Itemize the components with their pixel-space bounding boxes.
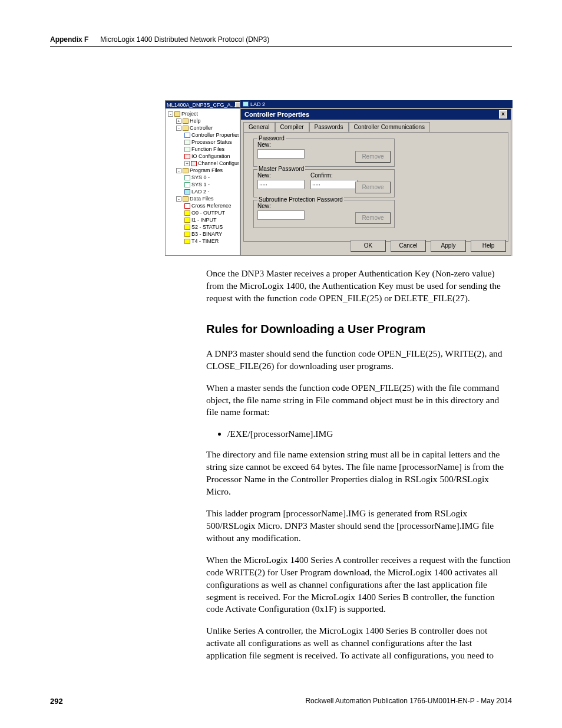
tree-i1[interactable]: I1 - INPUT <box>191 217 217 223</box>
password-remove-button[interactable]: Remove <box>355 151 391 163</box>
tree-io-config[interactable]: IO Configuration <box>191 153 230 159</box>
folder-icon <box>183 118 189 124</box>
tree-project[interactable]: Project <box>181 111 198 117</box>
tree-program-files[interactable]: Program Files <box>190 167 223 173</box>
close-icon[interactable]: × <box>499 110 507 118</box>
paragraph-3: When a master sends the function code OP… <box>206 382 513 419</box>
tree-window-title-text: ML1400A_DNP3S_CFG_A... <box>167 102 235 108</box>
paragraph-1: Once the DNP3 Master receives a proper A… <box>206 268 513 305</box>
master-confirm-label: Confirm: <box>310 172 358 179</box>
tree-processor-status[interactable]: Processor Status <box>191 139 232 145</box>
folder-icon <box>174 111 180 117</box>
header-title: MicroLogix 1400 Distributed Network Prot… <box>100 35 269 44</box>
master-remove-button[interactable]: Remove <box>355 182 391 193</box>
paragraph-4: The directory and file name extension st… <box>206 449 513 498</box>
paragraph-5: This ladder program [processorName].IMG … <box>206 508 513 545</box>
gear-icon <box>184 140 190 145</box>
tab-passwords[interactable]: Passwords <box>309 122 349 132</box>
password-new-input[interactable] <box>257 149 305 159</box>
project-tree-panel: ML1400A_DNP3S_CFG_A... _ □ × -Project +H… <box>165 100 240 256</box>
passwords-panel: Password New: Remove Master Password New… <box>243 132 508 242</box>
master-password-group: Master Password New: Confirm: Remove <box>253 169 395 197</box>
header-rule <box>50 46 512 47</box>
document-body: Once the DNP3 Master receives a proper A… <box>206 268 513 671</box>
tree-lad2[interactable]: LAD 2 - <box>191 189 210 195</box>
controller-properties-dialog: Controller Properties × General Compiler… <box>240 108 511 256</box>
tree-o0[interactable]: O0 - OUTPUT <box>191 210 225 216</box>
tree-channel-config[interactable]: Channel Configuration <box>198 160 239 166</box>
master-legend: Master Password <box>257 166 305 172</box>
folder-icon <box>183 196 189 202</box>
tab-compiler[interactable]: Compiler <box>275 122 309 132</box>
cancel-button[interactable]: Cancel <box>391 240 426 252</box>
master-confirm-input[interactable] <box>310 180 358 189</box>
dialog-buttons: OK Cancel Apply Help <box>351 240 506 252</box>
file-icon <box>184 182 190 187</box>
channel-icon <box>191 161 197 166</box>
page-footer: 292 Rockwell Automation Publication 1766… <box>50 697 512 706</box>
tree-t4[interactable]: T4 - TIMER <box>191 238 219 244</box>
expand-icon[interactable]: + <box>176 118 181 124</box>
screenshot-dialog: ML1400A_DNP3S_CFG_A... _ □ × -Project +H… <box>165 100 513 256</box>
info-icon <box>184 133 190 138</box>
expand-icon[interactable]: - <box>176 168 181 173</box>
folder-icon <box>183 168 189 173</box>
folder-icon <box>183 126 189 131</box>
tree-cross-ref[interactable]: Cross Reference <box>191 203 232 209</box>
tree-data-files[interactable]: Data Files <box>190 196 214 202</box>
file-icon <box>184 225 190 230</box>
tree-controller[interactable]: Controller <box>190 125 213 131</box>
paragraph-7: Unlike Series A controller, the MicroLog… <box>206 625 513 662</box>
master-new-input[interactable] <box>257 180 305 189</box>
subroutine-password-group: Subroutine Protection Password New: Remo… <box>253 200 395 228</box>
io-icon <box>184 154 190 159</box>
tree-b3[interactable]: B3 - BINARY <box>191 231 222 237</box>
sub-remove-button[interactable]: Remove <box>355 212 391 224</box>
sub-new-input[interactable] <box>257 210 305 220</box>
ladder-tab-label: LAD 2 <box>250 101 265 107</box>
sub-legend: Subroutine Protection Password <box>257 196 344 203</box>
minimize-icon[interactable]: _ <box>235 102 240 107</box>
help-button[interactable]: Help <box>471 240 506 252</box>
sub-new-label: New: <box>257 203 391 209</box>
tree-s2[interactable]: S2 - STATUS <box>191 224 223 230</box>
project-tree[interactable]: -Project +Help -Controller Controller Pr… <box>166 109 240 255</box>
dialog-tabs: General Compiler Passwords Controller Co… <box>243 122 508 132</box>
ladder-icon <box>184 189 190 195</box>
gear-icon <box>184 147 190 152</box>
tab-comms[interactable]: Controller Communications <box>349 122 431 132</box>
paragraph-2: A DNP3 master should send the function c… <box>206 348 513 373</box>
paragraph-6: When the MicroLogix 1400 Series A contro… <box>206 554 513 616</box>
password-new-label: New: <box>257 141 391 148</box>
file-icon <box>184 232 190 237</box>
tree-function-files[interactable]: Function Files <box>191 146 224 152</box>
tree-help[interactable]: Help <box>190 118 201 124</box>
password-legend: Password <box>257 135 286 141</box>
ok-button[interactable]: OK <box>351 240 386 252</box>
tree-sys0[interactable]: SYS 0 - <box>191 174 210 180</box>
expand-icon[interactable]: - <box>176 126 181 131</box>
dialog-title-bar: Controller Properties × <box>241 109 511 120</box>
password-group: Password New: Remove <box>253 139 395 167</box>
section-heading: Rules for Downloading a User Program <box>206 321 513 337</box>
ladder-icon <box>243 101 249 107</box>
apply-button[interactable]: Apply <box>431 240 466 252</box>
publication-info: Rockwell Automation Publication 1766-UM0… <box>305 697 512 706</box>
dialog-title-text: Controller Properties <box>244 111 309 118</box>
file-icon <box>184 175 190 180</box>
bullet-item-1: /EXE/[processorName].IMG <box>227 428 513 440</box>
master-new-label: New: <box>257 172 305 179</box>
expand-icon[interactable]: - <box>168 111 173 117</box>
tree-controller-props[interactable]: Controller Properties <box>191 132 239 138</box>
tab-general[interactable]: General <box>243 122 275 132</box>
file-icon <box>184 239 190 244</box>
file-icon <box>184 218 190 223</box>
ladder-tab-title: LAD 2 <box>240 100 513 108</box>
appendix-label: Appendix F <box>50 35 88 44</box>
window-controls: _ □ × <box>235 102 240 107</box>
tree-window-title: ML1400A_DNP3S_CFG_A... _ □ × <box>166 101 240 108</box>
tree-sys1[interactable]: SYS 1 - <box>191 182 210 187</box>
expand-icon[interactable]: - <box>176 196 181 202</box>
expand-icon[interactable]: + <box>184 161 190 166</box>
file-icon <box>184 210 190 216</box>
